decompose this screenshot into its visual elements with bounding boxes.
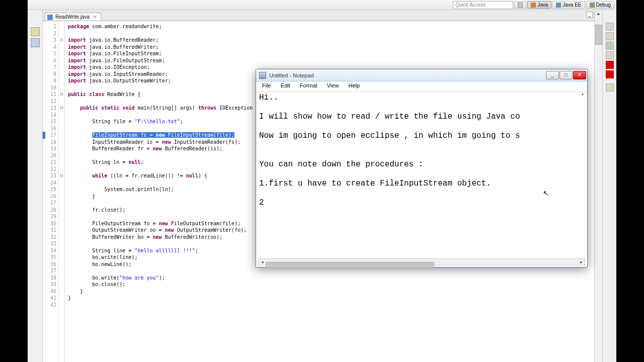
perspective-debug[interactable]: Debug [586, 1, 614, 9]
fold-gutter: ⊟⊟⊟⊟ [59, 21, 65, 362]
notepad-vertical-scrollbar[interactable]: ▴ [579, 92, 586, 258]
eclipse-toolbar: Quick Access Java Java EE Debug [28, 0, 616, 10]
editor-tab-readwrite[interactable]: ReadWrite.java ✕ [45, 13, 101, 21]
perspective-java-ee[interactable]: Java EE [552, 1, 585, 9]
editor-vertical-scrollbar[interactable]: ▲ [594, 11, 602, 362]
notepad-titlebar[interactable]: Untitled - Notepad _ □ ✕ [256, 69, 587, 81]
minimize-button[interactable]: _ [546, 71, 559, 79]
quick-access-input[interactable]: Quick Access [453, 1, 513, 9]
tab-title: ReadWrite.java [55, 14, 90, 20]
problems-icon[interactable] [606, 61, 614, 69]
notepad-horizontal-scrollbar[interactable]: ◂ ▸ [258, 258, 585, 265]
menu-help[interactable]: Help [344, 81, 364, 89]
notepad-app-icon [259, 72, 266, 79]
package-explorer-icon[interactable] [31, 27, 40, 36]
console-icon[interactable] [606, 83, 614, 92]
notepad-title: Untitled - Notepad [269, 72, 546, 78]
outline-view-icon[interactable] [606, 23, 614, 31]
task-list-icon[interactable] [606, 32, 614, 40]
notepad-text-area[interactable]: Hi.. I will show how to read / write the… [256, 92, 587, 259]
menu-file[interactable]: File [258, 81, 275, 89]
perspective-java[interactable]: Java [527, 1, 551, 9]
right-trim [602, 10, 616, 362]
notepad-menubar: File Edit Format View Help [256, 81, 587, 92]
editor-tab-bar: ReadWrite.java ✕ _ □ [43, 10, 602, 21]
menu-format[interactable]: Format [296, 81, 321, 89]
java-file-icon [47, 15, 53, 20]
hierarchy-icon[interactable] [606, 42, 614, 50]
notepad-window[interactable]: Untitled - Notepad _ □ ✕ File Edit Forma… [256, 69, 588, 267]
open-perspective-button[interactable] [514, 2, 526, 9]
menu-view[interactable]: View [323, 81, 343, 89]
menu-edit[interactable]: Edit [277, 81, 294, 89]
navigator-icon[interactable] [31, 38, 40, 47]
close-button[interactable]: ✕ [573, 71, 586, 79]
search-icon[interactable] [606, 51, 614, 59]
selection-marker [43, 132, 45, 139]
close-tab-icon[interactable]: ✕ [93, 15, 98, 20]
error-log-icon[interactable] [606, 70, 614, 78]
left-trim [28, 10, 43, 362]
maximize-button[interactable]: □ [559, 71, 573, 79]
minimize-editor-icon[interactable]: _ [586, 12, 593, 18]
